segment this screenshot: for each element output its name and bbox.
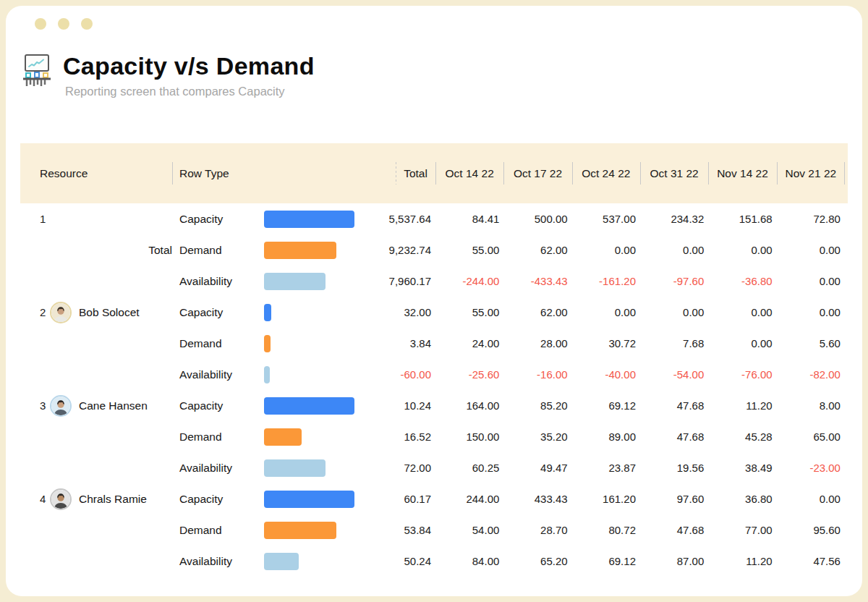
bar-cell (264, 546, 367, 577)
bar-cell (264, 266, 367, 297)
resource-cell: Total (20, 234, 172, 266)
value-cell: 55.00 (435, 306, 503, 318)
table-row[interactable]: Demand53.8454.0028.7080.7247.6877.0095.6… (20, 514, 848, 546)
value-cell: -40.00 (572, 368, 640, 381)
resource-cell (20, 359, 172, 390)
resource-cell: 1 (20, 203, 172, 234)
table-row[interactable]: 1Capacity5,537.6484.41500.00537.00234.32… (20, 203, 848, 234)
resource-number: 1 (40, 213, 50, 225)
value-cell: 95.60 (777, 524, 845, 536)
row-type-label: Demand (172, 337, 264, 350)
value-cell: -161.20 (572, 275, 640, 287)
value-cell: 50.24 (367, 555, 435, 567)
resource-cell: 4Chrals Ramie (20, 483, 172, 514)
value-cell: 161.20 (572, 493, 640, 505)
value-cell: 5,537.64 (367, 213, 435, 225)
column-header-oct-31-22[interactable]: Oct 31 22 (640, 143, 708, 203)
value-cell: -60.00 (367, 368, 435, 381)
demand-bar (264, 428, 302, 446)
column-header-nov-21-22[interactable]: Nov 21 22 (777, 143, 845, 203)
value-cell: 8.00 (777, 399, 845, 412)
window-dot-icon[interactable] (35, 18, 46, 30)
resource-number: 3 (40, 399, 50, 412)
value-cell: 85.20 (503, 399, 571, 412)
value-cell: 30.72 (572, 337, 640, 349)
window-dot-icon[interactable] (81, 18, 93, 30)
column-header-nov-14-22[interactable]: Nov 14 22 (708, 143, 776, 203)
column-header-total[interactable]: Total (396, 143, 435, 203)
value-cell: 0.00 (572, 244, 640, 256)
table-row[interactable]: Availability50.2484.0065.2069.1287.0011.… (20, 546, 848, 577)
table-row[interactable]: Availability7,960.17-244.00-433.43-161.2… (20, 266, 848, 297)
value-cell: 0.00 (777, 493, 845, 505)
resource-cell (20, 514, 172, 546)
value-cell: 0.00 (708, 337, 776, 349)
bar-cell (264, 452, 367, 483)
resource-name: Bob Solocet (79, 306, 140, 319)
value-cell: 38.49 (708, 462, 776, 474)
value-cell: 49.47 (503, 462, 571, 474)
value-cell: 84.00 (435, 555, 503, 567)
table-row[interactable]: 2Bob SolocetCapacity32.0055.0062.000.000… (20, 297, 848, 328)
table-row[interactable]: 4Chrals RamieCapacity60.17244.00433.4316… (20, 483, 848, 514)
capacity-bar (264, 211, 354, 228)
window-controls (6, 6, 862, 30)
table-row[interactable]: 3Cane HansenCapacity10.24164.0085.2069.1… (20, 390, 848, 421)
table-row[interactable]: Availability72.0060.2549.4723.8719.5638.… (20, 452, 848, 483)
table-row[interactable]: Availability-60.00-25.60-16.00-40.00-54.… (20, 359, 848, 390)
page-header: Capacity v/s Demand Reporting screen tha… (20, 51, 862, 98)
value-cell: 87.00 (640, 555, 708, 567)
value-cell: 62.00 (503, 244, 571, 256)
value-cell: 0.00 (708, 306, 776, 318)
column-header-row-type[interactable]: Row Type (172, 143, 396, 203)
resource-name: Chrals Ramie (79, 493, 147, 506)
avatar (50, 488, 72, 510)
value-cell: 7.68 (640, 337, 708, 349)
value-cell: 84.41 (435, 213, 503, 225)
value-cell: 35.20 (503, 431, 571, 443)
value-cell: 0.00 (640, 306, 708, 318)
row-type-label: Demand (172, 431, 264, 444)
bar-cell (264, 328, 367, 359)
availability-bar (264, 553, 299, 570)
column-header-resource[interactable]: Resource (20, 143, 172, 203)
window-dot-icon[interactable] (58, 18, 69, 30)
demand-bar (264, 242, 336, 259)
resource-cell: 3Cane Hansen (20, 390, 172, 421)
bar-cell (264, 421, 367, 452)
value-cell: -54.00 (640, 368, 708, 381)
value-cell: 72.80 (777, 213, 845, 225)
value-cell: 69.12 (572, 555, 640, 567)
value-cell: 164.00 (435, 399, 503, 412)
table-row[interactable]: Demand3.8424.0028.0030.727.680.005.60 (20, 328, 848, 359)
capacity-bar (264, 304, 271, 321)
resource-cell (20, 421, 172, 452)
value-cell: -36.80 (708, 275, 776, 287)
value-cell: 77.00 (708, 524, 776, 536)
bar-cell (264, 483, 367, 514)
value-cell: 69.12 (572, 399, 640, 412)
column-header-oct-17-22[interactable]: Oct 17 22 (503, 143, 571, 203)
row-type-label: Capacity (172, 493, 264, 506)
value-cell: 11.20 (708, 555, 776, 567)
value-cell: 24.00 (435, 337, 503, 349)
value-cell: 0.00 (777, 306, 845, 318)
value-cell: 10.24 (367, 399, 435, 412)
value-cell: 72.00 (367, 462, 435, 474)
column-header-oct-14-22[interactable]: Oct 14 22 (435, 143, 503, 203)
value-cell: 7,960.17 (367, 275, 435, 287)
demand-bar (264, 335, 271, 352)
table-row[interactable]: Demand16.52150.0035.2089.0047.6845.2865.… (20, 421, 848, 452)
value-cell: 3.84 (367, 337, 435, 349)
value-cell: 0.00 (640, 244, 708, 256)
table-row[interactable]: TotalDemand9,232.7455.0062.000.000.000.0… (20, 234, 848, 266)
row-type-label: Availability (172, 275, 264, 288)
value-cell: 28.00 (503, 337, 571, 349)
row-type-label: Capacity (172, 399, 264, 412)
column-header-oct-24-22[interactable]: Oct 24 22 (572, 143, 640, 203)
value-cell: 60.17 (367, 493, 435, 505)
value-cell: 9,232.74 (367, 244, 435, 256)
value-cell: 97.60 (640, 493, 708, 505)
value-cell: -433.43 (503, 275, 571, 287)
value-cell: -16.00 (503, 368, 571, 381)
